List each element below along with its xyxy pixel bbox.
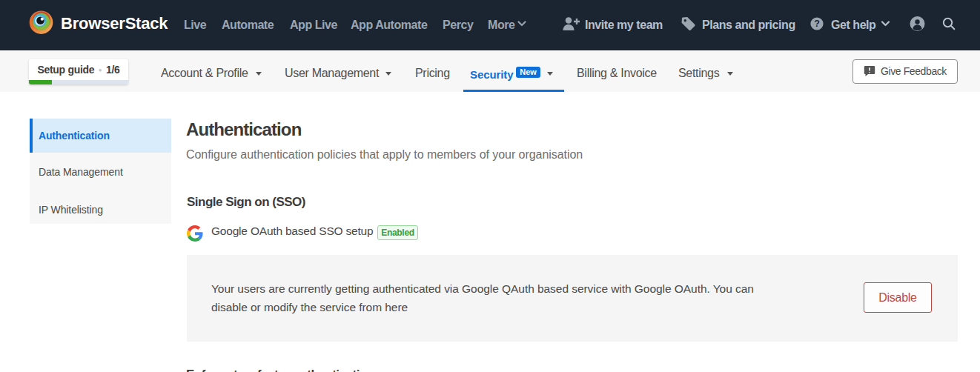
svg-text:?: ?: [814, 19, 820, 29]
